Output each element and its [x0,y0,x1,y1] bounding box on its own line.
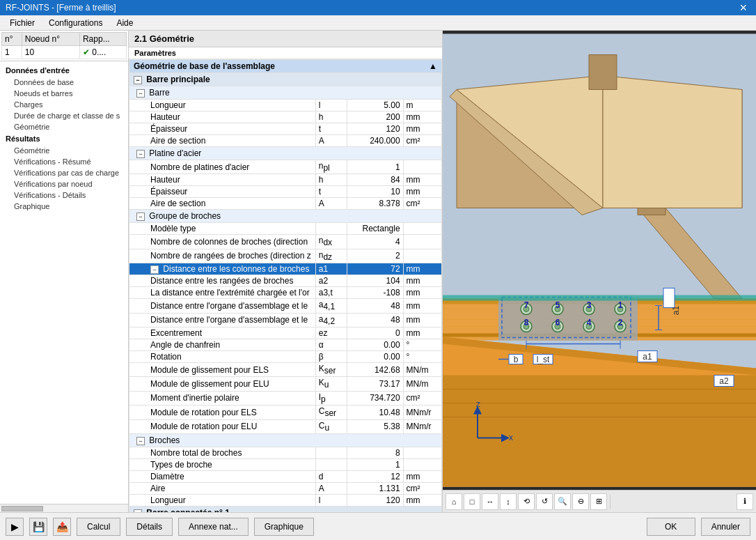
param-row[interactable]: Distance entre l'organe d'assemblage et … [129,313,442,327]
menu-fichier[interactable]: Fichier [3,17,42,29]
param-row[interactable]: Aire A 1.131 cm² [129,482,442,494]
param-row[interactable]: Hauteur h 200 mm [129,111,442,123]
param-label: Modèle type [129,223,316,235]
param-row[interactable]: Nombre de colonnes de broches (direction… [129,235,442,249]
param-row[interactable]: Distance entre l'organe d'assemblage et … [129,299,442,313]
sidebar-item-verif-resume[interactable]: Vérifications - Résumé [0,156,128,167]
svg-rect-13 [498,295,638,341]
toolbar-btn-zoom-in[interactable]: 🔍 [554,493,571,510]
toolbar-btn-rotate-y[interactable]: ↕ [500,493,517,510]
toolbar-btn-rotate-z[interactable]: ↺ [536,493,553,510]
sidebar-item-graphique[interactable]: Graphique [0,201,128,212]
param-row[interactable]: Nombre de platines d'acier npl 1 [129,160,442,174]
collapse-groupe-broches[interactable]: − [136,213,145,221]
param-row[interactable]: Nombre de rangées de broches (direction … [129,249,442,263]
sidebar-item-geometrie-input[interactable]: Géométrie [0,121,128,132]
param-row[interactable]: Module de glissement pour ELU Ku 73.17 M… [129,377,442,391]
param-row[interactable]: Moment d'inertie polaire Ip 734.720 cm² [129,391,442,405]
param-row[interactable]: Modèle type Rectangle [129,223,442,235]
param-unit: ° [403,339,441,350]
param-row[interactable]: La distance entre l'extrémité chargée et… [129,287,442,299]
param-symbol: a3,t [315,287,347,299]
param-unit: mm [403,287,441,299]
toolbar-btn-home[interactable]: ⌂ [446,493,462,510]
param-row[interactable]: Excentrement ez 0 mm [129,327,442,339]
param-unit: mm [403,313,441,327]
subsection-label: Broches [149,435,180,445]
param-row[interactable]: Distance entre les rangées de broches a2… [129,275,442,287]
param-symbol: A [315,135,347,147]
param-symbol [315,447,347,458]
param-symbol: ez [315,327,347,339]
param-value: 73.17 [347,377,404,391]
cell-n: 1 [2,46,22,59]
play-button[interactable]: ▶ [6,518,24,536]
collapse-barre-connectee[interactable]: − [134,509,142,512]
param-value: 1 [347,160,404,174]
sidebar-item-verif-details[interactable]: Vérifications - Détails [0,190,128,201]
sidebar-item-verif-cas[interactable]: Vérifications par cas de charge [0,167,128,178]
param-row[interactable]: Diamètre d 12 mm [129,470,442,482]
param-row[interactable]: Aire de section A 8.378 cm² [129,198,442,210]
toolbar-btn-front[interactable]: □ [464,493,480,510]
param-label: Longueur [129,494,316,506]
param-row[interactable]: Module de glissement pour ELS Kser 142.6… [129,362,442,376]
param-row[interactable]: Longueur l 5.00 m [129,100,442,111]
calcul-button[interactable]: Calcul [77,518,120,536]
sidebar-item-noeuds[interactable]: Noeuds et barres [0,88,128,99]
param-row[interactable]: Épaisseur t 10 mm [129,186,442,198]
close-button[interactable]: ✕ [737,2,750,13]
param-symbol: Ku [315,377,347,391]
param-symbol: α [315,339,347,350]
sidebar-item-verif-noeud[interactable]: Vérifications par noeud [0,178,128,190]
ok-button[interactable]: OK [647,518,695,536]
param-symbol: β [315,350,347,362]
collapse-barre[interactable]: − [136,89,145,98]
collapse-broches[interactable]: − [136,437,145,445]
param-row[interactable]: Aire de section A 240.000 cm² [129,135,442,147]
param-row[interactable]: Types de broche 1 [129,458,442,470]
param-label: Distance entre les rangées de broches [129,275,316,287]
details-button[interactable]: Détails [126,518,173,536]
sidebar-item-charges[interactable]: Charges [0,99,128,110]
toolbar-btn-rotate-xy[interactable]: ⟲ [518,493,535,510]
sidebar-item-duree[interactable]: Durée de charge et classe de s [0,110,128,121]
sidebar-item-geometrie-result[interactable]: Géométrie [0,145,128,156]
param-row[interactable]: Épaisseur t 120 mm [129,123,442,135]
param-row[interactable]: Rotation β 0.00 ° [129,350,442,362]
toolbar-btn-zoom-out[interactable]: ⊖ [572,493,589,510]
export-button[interactable]: 📤 [53,518,71,536]
collapse-barre-principale[interactable]: − [134,76,142,84]
param-row[interactable]: Module de rotation pour ELU Cu 5.38 MNm/… [129,419,442,433]
group-header-scrollup[interactable]: ▲ [429,61,437,71]
param-symbol: Ip [315,391,347,405]
toolbar-btn-fit[interactable]: ⊞ [590,493,607,510]
table-row[interactable]: 1 10 ✔ 0.... [2,46,127,59]
annexe-button[interactable]: Annexe nat... [178,518,249,536]
toolbar-btn-info[interactable]: ℹ [737,493,753,510]
param-symbol: a2 [315,275,347,287]
param-value: 8.378 [347,198,404,210]
cancel-button[interactable]: Annuler [701,518,750,536]
param-value: 10 [347,186,404,198]
param-label: Aire de section [129,135,316,147]
sidebar-horizontal-scrollbar[interactable] [0,504,128,512]
save-button[interactable]: 💾 [29,518,47,536]
param-row[interactable]: Angle de chanfrein α 0.00 ° [129,339,442,350]
menu-configurations[interactable]: Configurations [42,17,109,29]
param-row[interactable]: Nombre total de broches 8 [129,447,442,458]
params-table-container[interactable]: ▲ Géométrie de base de l'assemblage − Ba… [129,59,442,512]
param-row[interactable]: Hauteur h 84 mm [129,174,442,186]
svg-text:4: 4 [587,318,592,327]
menu-aide[interactable]: Aide [109,17,140,29]
param-row-highlighted[interactable]: – Distance entre les colonnes de broches… [129,263,442,275]
graphique-button[interactable]: Graphique [254,518,314,536]
toolbar-btn-rotate-x[interactable]: ↔ [482,493,498,510]
param-label: Rotation [129,350,316,362]
svg-text:6: 6 [556,318,560,327]
param-row[interactable]: Longueur l 120 mm [129,494,442,506]
collapse-platine[interactable]: − [136,150,145,158]
param-row[interactable]: Module de rotation pour ELS Cser 10.48 M… [129,406,442,419]
sidebar-item-donnees-base[interactable]: Données de base [0,77,128,88]
param-label: Épaisseur [129,123,316,135]
